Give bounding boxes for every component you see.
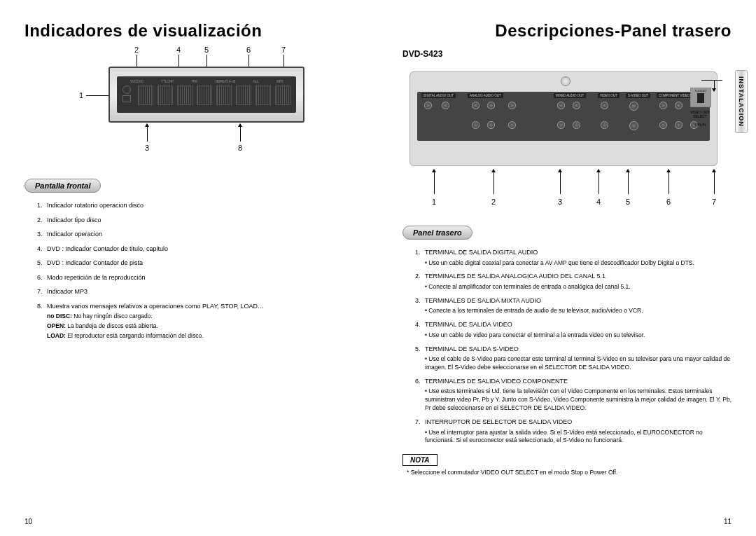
list-item: 7.INTERRUPTOR DE SELECTOR DE SALIDA VIDE…: [415, 418, 732, 445]
screw-icon: [561, 76, 570, 86]
right-page: Descripciones-Panel trasero DVD-S423 INS…: [378, 0, 756, 536]
optical-jack: [424, 102, 432, 109]
callout-3: 3: [145, 144, 149, 152]
section-badge-rear: Panel trasero: [402, 226, 472, 240]
callout-4: 4: [176, 46, 181, 54]
list-item: 6.Modo repetición de la reproducción: [37, 273, 354, 283]
list-item: 2.Indicador tipo disco: [37, 216, 354, 226]
callout-6: 6: [246, 46, 251, 54]
rear-panel-list: 1.TERMINAL DE SALIDA DIGITAL AUDIOUse un…: [415, 248, 732, 445]
list-item: 7.Indicador MP3: [37, 287, 354, 297]
nota-text: * Seleccione el conmutador VIDEO OUT SEL…: [407, 469, 732, 476]
list-item: 8.Muestra varios mensajes relativos a op…: [37, 302, 354, 341]
list-item: 6.TERMINALES DE SALIDA VIDEO COMPONENTEU…: [415, 377, 732, 413]
section-badge-front: Pantalla frontal: [24, 179, 101, 193]
list-item: 4.TERMINAL DE SALIDA VIDEOUse un cable d…: [415, 320, 732, 339]
list-item: 4.DVD : Indicador Contador de titulo, ca…: [37, 245, 354, 254]
list-item: 5.DVD : Indicador Contador de pista: [37, 259, 354, 268]
front-panel-list: 1.Indicador rotatorio operacion disco2.I…: [37, 201, 354, 341]
callout-7: 7: [281, 46, 286, 54]
display-box: SVCDVD TTLCHP TRK REPEAT A➝B ALL MP3: [108, 67, 304, 123]
page-number-right: 11: [724, 518, 732, 525]
coaxial-jack: [442, 102, 449, 109]
model-number: DVD-S423: [402, 49, 732, 59]
right-title: Descripciones-Panel trasero: [402, 21, 732, 41]
list-item: 5.TERMINAL DE SALIDA S-VIDEOUse el cable…: [415, 345, 732, 372]
list-item: 3.Indicador operacion: [37, 230, 354, 240]
left-page: Indicadores de visualización 2 4 5 6 7 1…: [0, 0, 378, 536]
front-display-diagram: 2 4 5 6 7 1 SVCDVD TTLCHP TRK REPEAT A➝B…: [24, 46, 354, 179]
callout-2: 2: [134, 46, 139, 54]
nota-label: NOTA: [402, 454, 438, 466]
callout-8: 8: [238, 144, 242, 152]
callout-5: 5: [204, 46, 209, 54]
side-tab: INSTALACION: [735, 70, 748, 133]
left-title: Indicadores de visualización: [24, 21, 354, 41]
page-number-left: 10: [24, 518, 32, 525]
list-item: 1.TERMINAL DE SALIDA DIGITAL AUDIOUse un…: [415, 248, 732, 267]
video-out-select-switch: S-VIDEO: [690, 88, 711, 107]
list-item: 2.TERMINALES DE SALIDA ANALOGICA AUDIO D…: [415, 272, 732, 291]
list-item: 3.TERMINALES DE SALIDA MIXTA AUDIOConect…: [415, 296, 732, 315]
callout-1: 1: [79, 91, 83, 99]
rear-panel-diagram: DIGITAL AUDIO OUT ANALOG AUDIO OUT MIXED…: [402, 64, 732, 226]
list-item: 1.Indicador rotatorio operacion disco: [37, 201, 354, 211]
